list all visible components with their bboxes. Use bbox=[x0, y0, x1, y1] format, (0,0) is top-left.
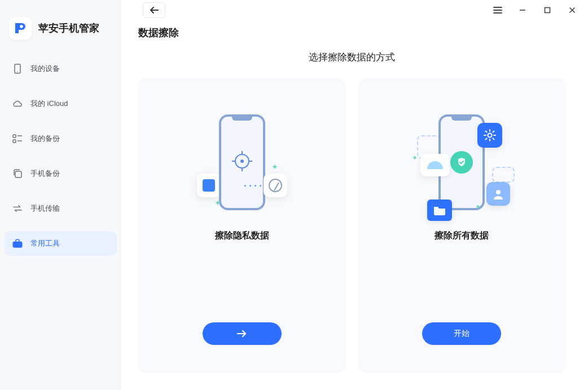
sidebar-item-transfer[interactable]: 手机传输 bbox=[5, 196, 117, 221]
svg-point-0 bbox=[20, 25, 23, 28]
maximize-button[interactable] bbox=[536, 1, 559, 19]
svg-rect-7 bbox=[15, 171, 21, 178]
close-button[interactable] bbox=[561, 1, 583, 19]
erase-privacy-button[interactable] bbox=[203, 322, 282, 345]
shield-check-icon bbox=[450, 151, 473, 174]
sparkle-icon: ✦ bbox=[412, 154, 418, 162]
svg-point-18 bbox=[496, 190, 501, 194]
gear-icon bbox=[477, 123, 502, 148]
app-logo: 苹安手机管家 bbox=[5, 17, 117, 39]
list-icon bbox=[12, 134, 23, 144]
sidebar-item-backup[interactable]: 我的备份 bbox=[5, 126, 117, 151]
app-tile-icon bbox=[197, 174, 221, 197]
svg-point-2 bbox=[17, 72, 18, 73]
target-icon bbox=[231, 150, 253, 175]
sidebar-item-label: 我的备份 bbox=[30, 134, 60, 144]
card-erase-privacy: ✦ ✦ 擦除隐私数据 bbox=[138, 78, 346, 373]
back-button[interactable] bbox=[143, 2, 165, 18]
card-erase-all: ✦ ✦ 擦除所有数据 开始 bbox=[358, 78, 566, 373]
arrow-right-icon bbox=[236, 330, 248, 338]
toolbox-icon bbox=[12, 238, 23, 249]
privacy-illustration: ✦ ✦ bbox=[150, 100, 335, 224]
photo-icon bbox=[420, 154, 450, 176]
page-title: 数据擦除 bbox=[138, 26, 565, 39]
svg-point-17 bbox=[488, 134, 492, 138]
main: 数据擦除 选择擦除数据的方式 ✦ ✦ bbox=[121, 0, 588, 390]
close-icon bbox=[568, 6, 576, 14]
sidebar-item-devices[interactable]: 我的设备 bbox=[5, 56, 117, 81]
content: 数据擦除 选择擦除数据的方式 ✦ ✦ bbox=[121, 20, 588, 390]
transfer-icon bbox=[12, 203, 23, 214]
app-name: 苹安手机管家 bbox=[38, 21, 99, 35]
sparkle-icon: ✦ bbox=[214, 198, 221, 207]
cards-row: ✦ ✦ 擦除隐私数据 bbox=[138, 78, 565, 373]
menu-button[interactable] bbox=[486, 1, 509, 19]
sidebar-item-tools[interactable]: 常用工具 bbox=[5, 231, 117, 256]
sidebar-item-label: 手机传输 bbox=[30, 203, 60, 214]
sidebar-item-icloud[interactable]: 我的 iCloud bbox=[5, 91, 117, 116]
sidebar-item-phone-backup[interactable]: 手机备份 bbox=[5, 161, 117, 186]
sparkle-icon: ✦ bbox=[271, 162, 278, 171]
folder-icon bbox=[427, 200, 452, 221]
minimize-icon bbox=[519, 6, 526, 14]
svg-rect-3 bbox=[13, 135, 16, 138]
hamburger-icon bbox=[493, 6, 502, 14]
maximize-icon bbox=[543, 6, 551, 14]
sidebar-nav: 我的设备 我的 iCloud 我的备份 bbox=[5, 56, 117, 256]
erase-all-button[interactable]: 开始 bbox=[422, 322, 501, 345]
svg-point-12 bbox=[240, 159, 244, 163]
sidebar-item-label: 我的 iCloud bbox=[30, 99, 68, 109]
page-subtitle: 选择擦除数据的方式 bbox=[138, 51, 565, 64]
arrow-left-icon bbox=[149, 6, 159, 14]
sidebar-item-label: 手机备份 bbox=[30, 169, 60, 179]
logo-icon bbox=[9, 17, 32, 39]
dashed-placeholder-icon bbox=[492, 167, 515, 183]
sidebar-item-label: 常用工具 bbox=[30, 238, 60, 249]
cloud-icon bbox=[12, 99, 23, 109]
card-title: 擦除所有数据 bbox=[435, 230, 489, 242]
sparkle-icon: ✦ bbox=[475, 203, 481, 211]
avatar-icon bbox=[486, 182, 510, 206]
svg-rect-4 bbox=[13, 140, 16, 143]
sidebar-item-label: 我的设备 bbox=[30, 64, 60, 74]
sidebar: 苹安手机管家 我的设备 我的 iCloud 我的备份 bbox=[0, 0, 121, 390]
phone-outline-icon bbox=[219, 114, 265, 210]
copy-icon bbox=[12, 169, 23, 179]
card-title: 擦除隐私数据 bbox=[215, 230, 269, 242]
erase-all-illustration: ✦ ✦ bbox=[370, 100, 555, 224]
svg-rect-10 bbox=[545, 8, 550, 13]
phone-icon bbox=[12, 64, 23, 74]
minimize-button[interactable] bbox=[511, 1, 534, 19]
svg-rect-8 bbox=[13, 242, 22, 247]
titlebar bbox=[121, 0, 588, 20]
compass-icon bbox=[264, 174, 287, 197]
